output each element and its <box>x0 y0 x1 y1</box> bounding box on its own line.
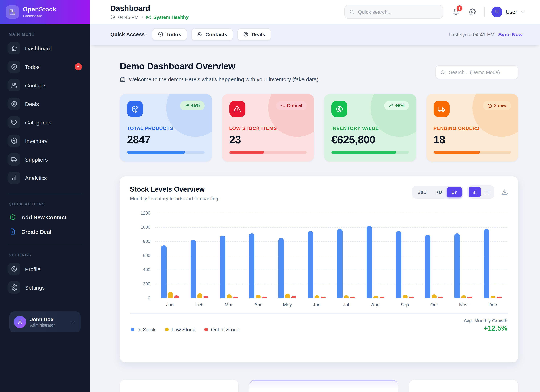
alert-triangle-icon <box>229 101 245 117</box>
demo-search-input[interactable] <box>449 70 514 75</box>
sidebar-item-categories[interactable]: Categories <box>5 115 85 130</box>
user-menu[interactable]: U User <box>492 6 525 17</box>
bar-chart-icon <box>8 172 20 184</box>
legend-label: Out of Stock <box>211 327 239 332</box>
sidebar-item-todos[interactable]: Todos5 <box>5 59 85 74</box>
user-menu-button[interactable]: ⋯ <box>70 319 76 325</box>
user-card[interactable]: John Doe Administrator ⋯ <box>10 312 80 332</box>
sidebar-item-analytics[interactable]: Analytics <box>5 170 85 186</box>
legend-label: Low Stock <box>171 327 195 332</box>
sidebar-item-settings[interactable]: Settings <box>5 280 85 295</box>
y-axis-tick: 400 <box>130 267 150 272</box>
settings-button[interactable] <box>469 8 476 15</box>
x-axis-label: Sep <box>390 302 419 307</box>
building-icon <box>6 5 19 18</box>
plus-circle-icon <box>9 213 17 221</box>
sync-now-button[interactable]: Sync Now <box>498 31 523 37</box>
y-axis-tick: 200 <box>130 281 150 286</box>
dollar-circle-icon <box>243 32 249 37</box>
chevron-down-icon <box>520 9 525 14</box>
quick-action-create-deal[interactable]: Create Deal <box>5 225 85 238</box>
bar-out-of-stock <box>409 296 414 298</box>
sidebar-item-label: Categories <box>25 119 51 126</box>
stat-card-low-stock-items: CriticalLOW STOCK ITEMS23 <box>222 94 314 161</box>
bar-in-stock <box>190 240 196 298</box>
chart-type-selector <box>467 186 494 199</box>
bar-out-of-stock <box>467 297 472 298</box>
sidebar-item-contacts[interactable]: Contacts <box>5 78 85 93</box>
quick-search-input[interactable] <box>358 9 439 15</box>
bar-chart-plot: 020040060080010001200 <box>130 213 508 298</box>
stat-badge-label: 2 new <box>494 103 507 108</box>
package-icon <box>8 135 20 147</box>
stat-progress-fill <box>127 151 185 154</box>
avatar: U <box>492 6 502 17</box>
stat-cards-row: +5%TOTAL PRODUCTS2847CriticalLOW STOCK I… <box>120 94 518 161</box>
notifications-button[interactable]: 3 <box>453 8 460 15</box>
search-icon <box>440 70 446 75</box>
quick-access-deals-button[interactable]: Deals <box>238 28 271 40</box>
sidebar-item-label: Suppliers <box>25 156 48 162</box>
bar-out-of-stock <box>174 296 179 298</box>
quick-access-contacts-button[interactable]: Contacts <box>191 28 233 40</box>
x-axis-label: Jun <box>302 302 331 307</box>
sidebar-divider <box>8 193 82 193</box>
sidebar-item-suppliers[interactable]: Suppliers <box>5 152 85 167</box>
quick-access-button-label: Contacts <box>205 31 227 37</box>
framed-chart-toggle[interactable] <box>481 186 493 197</box>
bar-in-stock <box>220 236 225 298</box>
stat-label: INVENTORY VALUE <box>331 126 409 131</box>
quick-access-todos-button[interactable]: Todos <box>152 28 187 40</box>
range-button-30d[interactable]: 30D <box>413 187 431 197</box>
trend-up-icon <box>184 103 189 108</box>
demo-search-box[interactable] <box>435 65 518 79</box>
x-axis-label: Aug <box>361 302 390 307</box>
sidebar-item-dashboard[interactable]: Dashboard <box>5 41 85 56</box>
sidebar-item-deals[interactable]: Deals <box>5 96 85 111</box>
bar-out-of-stock <box>262 297 267 298</box>
x-axis-label: Jul <box>331 302 361 307</box>
bar-out-of-stock <box>438 296 443 298</box>
download-button[interactable] <box>501 189 508 195</box>
users-icon <box>197 32 203 37</box>
quick-search-box[interactable] <box>345 5 443 19</box>
y-axis-tick: 1000 <box>130 225 150 230</box>
stat-badge: +5% <box>180 101 205 110</box>
legend-label: In Stock <box>137 327 155 332</box>
range-button-7d[interactable]: 7D <box>431 187 447 197</box>
bar-low-stock <box>344 296 349 298</box>
sidebar-item-label: Deals <box>25 101 39 107</box>
x-axis-label: Dec <box>478 302 507 307</box>
quick-action-add-new-contact[interactable]: Add New Contact <box>5 211 85 224</box>
sidebar-item-label: Contacts <box>25 82 46 88</box>
x-axis-label: Feb <box>185 302 214 307</box>
stat-value: €625,800 <box>331 134 409 146</box>
app-title: OpenStock <box>23 6 56 13</box>
range-button-1y[interactable]: 1Y <box>447 187 462 197</box>
bar-chart-toggle[interactable] <box>469 186 481 197</box>
x-axis-label: May <box>273 302 302 307</box>
home-icon <box>8 42 20 55</box>
bar-in-stock <box>161 245 167 298</box>
content-scroll: Demo Dashboard Overview Welcome to the d… <box>90 45 540 392</box>
range-selector: 30D7D1Y <box>412 186 463 198</box>
x-axis-label: Oct <box>419 302 449 307</box>
quick-access-label: Quick Access: <box>110 31 146 37</box>
sidebar-item-profile[interactable]: Profile <box>5 261 85 276</box>
bar-out-of-stock <box>380 297 384 298</box>
y-axis-tick: 800 <box>130 239 150 244</box>
legend-item-low-stock: Low Stock <box>165 327 195 332</box>
sidebar-item-inventory[interactable]: Inventory <box>5 133 85 148</box>
legend-item-in-stock: In Stock <box>131 327 155 332</box>
bar-group-nov <box>449 213 478 298</box>
stat-badge: +8% <box>384 101 409 110</box>
bar-group-jul <box>331 213 361 298</box>
check-circle-icon <box>158 32 164 37</box>
bar-in-stock <box>425 235 430 298</box>
bar-in-stock <box>484 229 489 298</box>
quick-action-label: Add New Contact <box>21 214 66 220</box>
overview-title: Demo Dashboard Overview <box>120 61 320 71</box>
stat-badge-label: +5% <box>191 103 200 108</box>
stat-card-inventory-value: +8%INVENTORY VALUE€625,800 <box>324 94 416 161</box>
stat-value: 23 <box>229 134 307 146</box>
